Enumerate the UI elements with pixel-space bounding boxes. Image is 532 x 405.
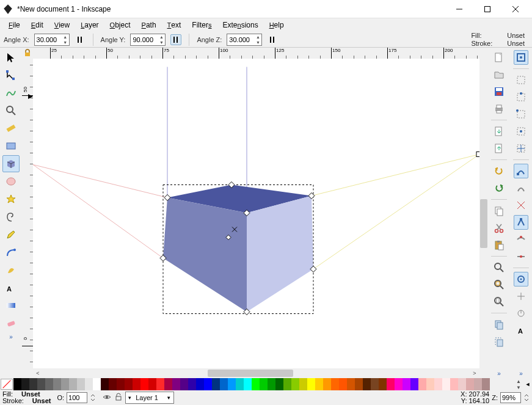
swatch[interactable]: [37, 378, 45, 390]
calligraphy-tool[interactable]: [2, 261, 20, 279]
swatch[interactable]: [442, 378, 450, 390]
menu-view[interactable]: View: [49, 20, 75, 31]
angle-y-up[interactable]: ▲: [158, 34, 165, 40]
menu-extensions[interactable]: Extensions: [217, 20, 263, 31]
snap-bbox-edge-icon[interactable]: [514, 90, 528, 104]
swatch[interactable]: [204, 378, 212, 390]
swatch[interactable]: [220, 378, 228, 390]
swatch[interactable]: [387, 378, 395, 390]
close-button[interactable]: [501, 0, 530, 18]
scrollbar-h-thumb[interactable]: [208, 370, 293, 377]
vp-z-toggle[interactable]: [267, 34, 278, 45]
opacity-input[interactable]: [67, 392, 87, 403]
ruler-horizontal[interactable]: 255075100125150175200: [33, 48, 479, 59]
swatch[interactable]: [29, 378, 37, 390]
swatch[interactable]: [188, 378, 196, 390]
swatch[interactable]: [236, 378, 244, 390]
opacity-spinner[interactable]: [90, 393, 96, 403]
swatch[interactable]: [315, 378, 323, 390]
palette-scroll-down[interactable]: ▼: [514, 384, 523, 390]
measure-tool[interactable]: [2, 120, 20, 137]
text-tool[interactable]: A: [2, 279, 20, 296]
palette-scroll-up[interactable]: ▲: [514, 378, 523, 384]
menu-object[interactable]: Object: [105, 20, 136, 31]
minimize-button[interactable]: [445, 0, 473, 18]
vp-y-toggle[interactable]: [170, 34, 181, 45]
zoom-tool[interactable]: [2, 102, 20, 119]
swatch[interactable]: [164, 378, 172, 390]
scroll-right-button[interactable]: >: [470, 368, 479, 378]
swatch[interactable]: [339, 378, 347, 390]
zoom-input[interactable]: [500, 392, 521, 403]
swatch[interactable]: [228, 378, 236, 390]
snap-midpoint-icon[interactable]: [514, 249, 528, 264]
swatch[interactable]: [212, 378, 220, 390]
swatch[interactable]: [363, 378, 371, 390]
swatch[interactable]: [140, 378, 148, 390]
new-document-icon[interactable]: [492, 50, 506, 65]
angle-y-down[interactable]: ▼: [158, 40, 165, 45]
swatch[interactable]: [307, 378, 315, 390]
ellipse-tool[interactable]: [2, 173, 20, 190]
swatch[interactable]: [395, 378, 403, 390]
undo-icon[interactable]: [492, 164, 506, 178]
snap-bbox-center-icon[interactable]: [514, 141, 528, 156]
snap-bbox-icon[interactable]: [514, 73, 528, 87]
ruler-vertical[interactable]: 500: [22, 59, 33, 368]
swatch[interactable]: [403, 378, 410, 390]
angle-x-down[interactable]: ▼: [62, 40, 69, 45]
swatch[interactable]: [347, 378, 355, 390]
swatch[interactable]: [426, 378, 434, 390]
swatch-none[interactable]: [1, 379, 13, 390]
swatch[interactable]: [21, 378, 29, 390]
duplicate-icon[interactable]: [492, 317, 506, 332]
scrollbar-vertical[interactable]: [479, 59, 488, 368]
snap-intersection-icon[interactable]: [514, 198, 528, 213]
canvas[interactable]: [33, 59, 479, 368]
layer-selector[interactable]: ▾ Layer 1 ▼: [125, 392, 174, 404]
swatch[interactable]: [101, 378, 109, 390]
swatch[interactable]: [45, 378, 53, 390]
print-icon[interactable]: [492, 101, 506, 116]
zoom-drawing-icon[interactable]: [492, 277, 506, 292]
swatch[interactable]: [156, 378, 164, 390]
cut-icon[interactable]: [492, 221, 506, 235]
gradient-tool[interactable]: [2, 297, 20, 314]
zoom-page-icon[interactable]: [492, 294, 506, 309]
swatch[interactable]: [13, 378, 21, 390]
zoom-selection-icon[interactable]: [492, 260, 506, 275]
redo-icon[interactable]: [492, 181, 506, 195]
vp-x-toggle[interactable]: [75, 34, 86, 45]
swatch[interactable]: [379, 378, 387, 390]
snap-other-icon[interactable]: [514, 272, 528, 286]
menu-edit[interactable]: Edit: [26, 20, 48, 31]
swatch[interactable]: [93, 378, 101, 390]
swatch[interactable]: [323, 378, 331, 390]
swatch[interactable]: [117, 378, 125, 390]
angle-x-input[interactable]: ▲▼: [34, 34, 70, 46]
swatch[interactable]: [434, 378, 442, 390]
swatch[interactable]: [418, 378, 426, 390]
scroll-left-button[interactable]: <: [33, 368, 43, 378]
swatch[interactable]: [299, 378, 307, 390]
commands-more[interactable]: »: [497, 370, 501, 377]
palette-menu-button[interactable]: ◄: [523, 378, 532, 390]
spiral-tool[interactable]: [2, 208, 20, 225]
ruler-lock-icon[interactable]: [22, 48, 33, 59]
maximize-button[interactable]: [473, 0, 501, 18]
snap-bbox-midpoint-icon[interactable]: [514, 124, 528, 139]
scrollbar-horizontal[interactable]: [43, 368, 470, 378]
menu-filters[interactable]: Filters: [187, 20, 216, 31]
scrollbar-v-thumb[interactable]: [480, 199, 487, 248]
menu-path[interactable]: Path: [137, 20, 161, 31]
angle-y-input[interactable]: ▲▼: [130, 34, 166, 46]
swatch[interactable]: [450, 378, 458, 390]
import-icon[interactable]: [492, 124, 506, 139]
swatch[interactable]: [331, 378, 339, 390]
snap-more[interactable]: »: [519, 370, 523, 377]
save-icon[interactable]: [492, 84, 506, 99]
zoom-spinner[interactable]: [523, 393, 530, 403]
swatch[interactable]: [252, 378, 260, 390]
eraser-tool[interactable]: [2, 315, 20, 332]
snap-path-icon[interactable]: [514, 181, 528, 195]
